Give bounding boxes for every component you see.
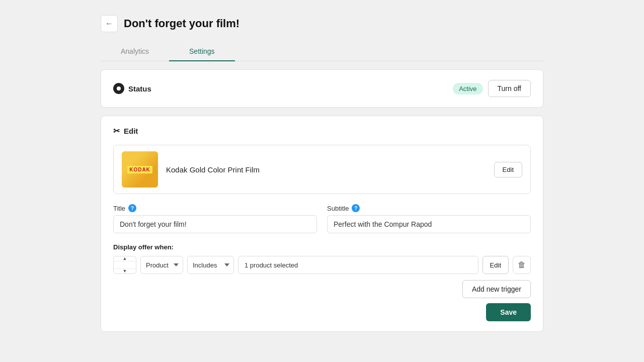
active-badge: Active: [453, 83, 482, 95]
product-edit-button[interactable]: Edit: [494, 162, 522, 177]
subtitle-help-icon[interactable]: ?: [352, 204, 360, 212]
stepper-down-button[interactable]: ▼: [114, 269, 136, 274]
trigger-edit-button[interactable]: Edit: [482, 256, 509, 274]
status-icon: [113, 83, 124, 94]
product-row: Kodak Gold Color Print Film Edit: [113, 145, 531, 194]
save-button[interactable]: Save: [486, 303, 531, 321]
condition-select[interactable]: Product Cart Page: [140, 256, 183, 274]
status-text: Status: [128, 84, 151, 93]
subtitle-group: Subtitle ?: [327, 204, 531, 233]
kodak-box: [122, 151, 158, 188]
edit-card: ✂ Edit Kodak Gold Color Print Film Edit …: [101, 116, 543, 332]
title-help-icon[interactable]: ?: [128, 204, 136, 212]
title-group: Title ?: [113, 204, 317, 233]
status-card: Status Active Turn off: [101, 69, 543, 108]
status-label: Status: [113, 83, 151, 94]
tab-settings[interactable]: Settings: [169, 42, 235, 61]
includes-select[interactable]: Includes Excludes: [187, 256, 234, 274]
edit-card-header: ✂ Edit: [113, 126, 531, 136]
edit-scissors-icon: ✂: [113, 126, 120, 136]
status-right: Active Turn off: [453, 80, 531, 97]
tabs-container: Analytics Settings: [101, 42, 543, 61]
page-title: Don't forget your film!: [124, 17, 239, 30]
title-label: Title ?: [113, 204, 317, 212]
stepper-up-button[interactable]: ▲: [114, 256, 136, 261]
add-trigger-row: Add new trigger: [113, 280, 531, 298]
delete-icon: 🗑: [518, 260, 526, 269]
add-trigger-button[interactable]: Add new trigger: [462, 280, 531, 298]
trigger-value-input[interactable]: [238, 256, 478, 274]
trigger-number-stepper[interactable]: ▲ ▼: [113, 256, 136, 274]
trigger-row: ▲ ▼ Product Cart Page Includes Excludes: [113, 256, 531, 274]
stepper-value: [114, 261, 136, 269]
form-row-title-subtitle: Title ? Subtitle ?: [113, 204, 531, 233]
edit-label: Edit: [124, 127, 138, 135]
product-name: Kodak Gold Color Print Film: [166, 165, 486, 174]
includes-select-wrap: Includes Excludes: [187, 256, 234, 274]
title-input[interactable]: [113, 215, 317, 233]
turn-off-button[interactable]: Turn off: [488, 80, 531, 97]
tab-analytics[interactable]: Analytics: [101, 42, 169, 61]
trigger-delete-button[interactable]: 🗑: [513, 256, 531, 274]
subtitle-input[interactable]: [327, 215, 531, 233]
back-button[interactable]: ←: [101, 15, 118, 32]
save-row: Save: [113, 303, 531, 321]
product-image: [122, 151, 158, 188]
subtitle-label: Subtitle ?: [327, 204, 531, 212]
display-offer-label: Display offer when:: [113, 243, 531, 251]
condition-select-wrap: Product Cart Page: [140, 256, 183, 274]
